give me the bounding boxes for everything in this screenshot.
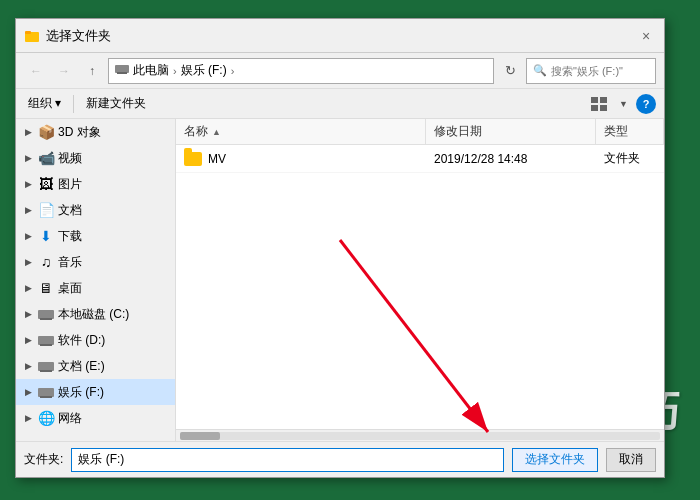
music-icon: ♫ <box>38 254 54 270</box>
file-name-cell: MV <box>176 145 426 172</box>
expand-icon: ▶ <box>22 126 34 138</box>
network-icon: 🌐 <box>38 410 54 426</box>
expand-icon-network: ▶ <box>22 412 34 424</box>
sidebar-label-music: 音乐 <box>58 254 82 271</box>
new-folder-button[interactable]: 新建文件夹 <box>82 93 150 114</box>
sidebar-item-downloads[interactable]: ▶ ⬇ 下载 <box>16 223 175 249</box>
folder-icon <box>184 152 202 166</box>
address-bar-row: ← → ↑ 此电脑 › 娱乐 (F:) › ↻ 🔍 <box>16 53 664 89</box>
bottom-bar: 文件夹: 选择文件夹 取消 <box>16 441 664 477</box>
expand-icon-d: ▶ <box>22 334 34 346</box>
table-row[interactable]: MV 2019/12/28 14:48 文件夹 <box>176 145 664 173</box>
sort-indicator: ▲ <box>212 127 221 137</box>
expand-icon-downloads: ▶ <box>22 230 34 242</box>
sidebar-label-drive-c: 本地磁盘 (C:) <box>58 306 129 323</box>
folder-input[interactable] <box>71 448 504 472</box>
toolbar-row: 组织 ▾ 新建文件夹 ▼ ? <box>16 89 664 119</box>
svg-rect-4 <box>115 65 129 73</box>
dialog-icon <box>24 28 40 44</box>
sidebar-item-drive-c[interactable]: ▶ 本地磁盘 (C:) <box>16 301 175 327</box>
separator1: › <box>173 65 177 77</box>
sidebar-label-documents: 文档 <box>58 202 82 219</box>
view-dropdown-icon[interactable]: ▼ <box>619 99 628 109</box>
search-box[interactable]: 🔍 <box>526 58 656 84</box>
sidebar-item-network[interactable]: ▶ 🌐 网络 <box>16 405 175 431</box>
right-panel: 名称 ▲ 修改日期 类型 MV 2019/12/ <box>176 119 664 441</box>
sidebar-item-pictures[interactable]: ▶ 🖼 图片 <box>16 171 175 197</box>
column-name[interactable]: 名称 ▲ <box>176 119 426 144</box>
sidebar-label-network: 网络 <box>58 410 82 427</box>
sidebar-label-pictures: 图片 <box>58 176 82 193</box>
file-date-cell: 2019/12/28 14:48 <box>426 145 596 172</box>
forward-button[interactable]: → <box>52 59 76 83</box>
sidebar-item-documents[interactable]: ▶ 📄 文档 <box>16 197 175 223</box>
svg-rect-12 <box>38 336 54 345</box>
sidebar-item-3d[interactable]: ▶ 📦 3D 对象 <box>16 119 175 145</box>
column-date[interactable]: 修改日期 <box>426 119 596 144</box>
help-button[interactable]: ? <box>636 94 656 114</box>
expand-icon-video: ▶ <box>22 152 34 164</box>
back-button[interactable]: ← <box>24 59 48 83</box>
close-button[interactable]: × <box>636 26 656 46</box>
separator2: › <box>231 65 235 77</box>
content-area: ▶ 📦 3D 对象 ▶ 📹 视频 ▶ 🖼 图片 ▶ 📄 文档 <box>16 119 664 441</box>
view-button[interactable] <box>587 92 611 116</box>
folder-label: 文件夹: <box>24 451 63 468</box>
svg-rect-5 <box>117 72 127 74</box>
sidebar-item-video[interactable]: ▶ 📹 视频 <box>16 145 175 171</box>
address-bar[interactable]: 此电脑 › 娱乐 (F:) › <box>108 58 494 84</box>
dialog-title: 选择文件夹 <box>46 27 636 45</box>
file-dialog: 选择文件夹 × ← → ↑ 此电脑 › 娱乐 (F:) › ↻ 🔍 <box>15 18 665 478</box>
svg-rect-7 <box>600 97 607 103</box>
svg-rect-6 <box>591 97 598 103</box>
documents-icon: 📄 <box>38 202 54 218</box>
expand-icon-desktop: ▶ <box>22 282 34 294</box>
sidebar-label-drive-e: 文档 (E:) <box>58 358 105 375</box>
svg-rect-11 <box>40 318 52 320</box>
3d-icon: 📦 <box>38 124 54 140</box>
expand-icon-f: ▶ <box>22 386 34 398</box>
file-date: 2019/12/28 14:48 <box>434 152 527 166</box>
sidebar-item-music[interactable]: ▶ ♫ 音乐 <box>16 249 175 275</box>
sidebar-label-desktop: 桌面 <box>58 280 82 297</box>
h-scroll-track <box>180 432 660 440</box>
desktop-icon: 🖥 <box>38 280 54 296</box>
expand-icon-music: ▶ <box>22 256 34 268</box>
drive-f-icon <box>38 384 54 400</box>
organize-button[interactable]: 组织 ▾ <box>24 93 65 114</box>
cancel-button[interactable]: 取消 <box>606 448 656 472</box>
downloads-icon: ⬇ <box>38 228 54 244</box>
expand-icon-e: ▶ <box>22 360 34 372</box>
sidebar-item-drive-f[interactable]: ▶ 娱乐 (F:) <box>16 379 175 405</box>
sidebar-label-drive-d: 软件 (D:) <box>58 332 105 349</box>
select-folder-button[interactable]: 选择文件夹 <box>512 448 598 472</box>
this-pc-label: 此电脑 <box>133 62 169 79</box>
drive-c-icon <box>38 306 54 322</box>
refresh-button[interactable]: ↻ <box>498 59 522 83</box>
sidebar-item-drive-d[interactable]: ▶ 软件 (D:) <box>16 327 175 353</box>
svg-rect-16 <box>38 388 54 397</box>
sidebar-label-3d: 3D 对象 <box>58 124 101 141</box>
horizontal-scrollbar[interactable] <box>176 429 664 441</box>
sidebar-label-downloads: 下载 <box>58 228 82 245</box>
video-icon: 📹 <box>38 150 54 166</box>
column-type[interactable]: 类型 <box>596 119 664 144</box>
sidebar: ▶ 📦 3D 对象 ▶ 📹 视频 ▶ 🖼 图片 ▶ 📄 文档 <box>16 119 176 441</box>
toolbar-separator <box>73 95 74 113</box>
svg-rect-15 <box>40 370 52 372</box>
up-button[interactable]: ↑ <box>80 59 104 83</box>
address-path: 此电脑 › 娱乐 (F:) › <box>115 62 234 79</box>
search-input[interactable] <box>551 65 649 77</box>
file-type-cell: 文件夹 <box>596 145 664 172</box>
file-type: 文件夹 <box>604 150 640 167</box>
sidebar-item-desktop[interactable]: ▶ 🖥 桌面 <box>16 275 175 301</box>
file-list: MV 2019/12/28 14:48 文件夹 <box>176 145 664 429</box>
drive-label: 娱乐 (F:) <box>181 62 227 79</box>
expand-icon-pictures: ▶ <box>22 178 34 190</box>
file-name: MV <box>208 152 226 166</box>
drive-icon <box>115 63 129 78</box>
svg-rect-8 <box>591 105 598 111</box>
sidebar-item-drive-e[interactable]: ▶ 文档 (E:) <box>16 353 175 379</box>
h-scroll-thumb <box>180 432 220 440</box>
sidebar-label-drive-f: 娱乐 (F:) <box>58 384 104 401</box>
